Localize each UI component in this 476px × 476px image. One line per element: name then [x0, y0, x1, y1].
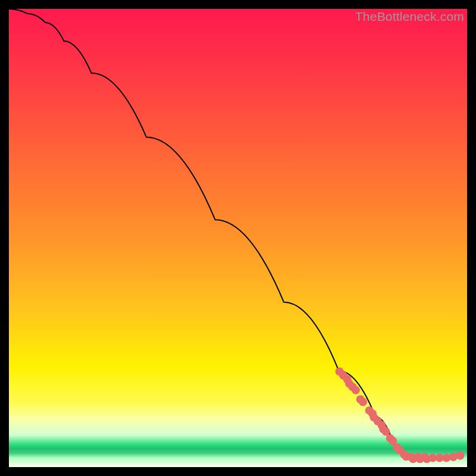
chart-overlay [9, 9, 467, 467]
data-marker [456, 452, 464, 460]
data-marker [449, 453, 458, 461]
curve-line [9, 9, 462, 458]
marker-group [336, 368, 465, 464]
watermark-text: TheBottleneck.com [355, 10, 464, 24]
data-marker [359, 398, 367, 406]
data-marker [352, 386, 360, 394]
